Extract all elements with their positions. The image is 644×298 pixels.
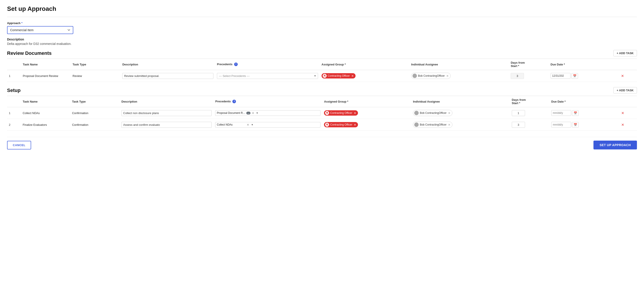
individual-name: Bob ContractingOfficer	[420, 111, 446, 114]
review-documents-table: Task Name Task Type Description Preceden…	[7, 59, 637, 82]
description-text: Delta approach for D32 commercial evalua…	[7, 42, 637, 46]
days-input[interactable]	[512, 110, 525, 116]
task-name-cell: Proposal Document Review	[21, 70, 71, 82]
group-name: Contracting Officer	[328, 74, 350, 77]
row-number: 1	[7, 70, 21, 82]
group-icon	[325, 111, 329, 115]
row-number: 2	[7, 119, 21, 131]
col-precedents-header-s: Precedents ?	[214, 96, 322, 107]
description-input[interactable]	[122, 73, 214, 79]
col-individual-header-s: Individual Assignee	[411, 96, 510, 107]
individual-badge: Bob ContractingOfficer ✕	[413, 110, 452, 116]
setup-table: Task Name Task Type Description Preceden…	[7, 96, 637, 131]
remove-group-btn[interactable]: ✕	[354, 112, 356, 114]
description-input[interactable]	[122, 110, 212, 116]
page-footer: CANCEL SET UP APPROACH	[7, 137, 637, 150]
precedents-dropdown-btn[interactable]: ▼	[250, 123, 254, 126]
due-date-cell: 📅	[550, 119, 618, 131]
precedents-select[interactable]: --- Select Precedents ---	[217, 73, 318, 79]
group-icon	[323, 74, 327, 78]
delete-row-btn[interactable]: ✕	[620, 111, 625, 115]
col-task-name-header: Task Name	[21, 59, 71, 70]
group-badge: Contracting Officer ✕	[322, 73, 356, 78]
precedents-filled-wrapper: Proposal Document Review, Update ... ✕ ▼	[215, 110, 320, 116]
individual-cell: Bob ContractingOfficer ✕	[411, 119, 510, 131]
calendar-btn[interactable]: 📅	[572, 73, 578, 79]
review-documents-title: Review Documents	[7, 50, 52, 56]
delete-cell: ✕	[618, 119, 637, 131]
days-cell	[510, 119, 550, 131]
precedents-help-icon[interactable]: ?	[234, 63, 238, 66]
approach-select[interactable]: Commercial Item Simplified Acquisition F…	[7, 26, 73, 34]
delete-row-btn[interactable]: ✕	[620, 123, 625, 127]
precedents-dropdown-btn[interactable]: ▼	[256, 112, 259, 114]
remove-group-btn[interactable]: ✕	[354, 123, 356, 126]
col-num-header	[7, 59, 21, 70]
add-task-button-setup[interactable]: + ADD TASK	[613, 87, 637, 93]
remove-individual-btn[interactable]: ✕	[448, 111, 450, 115]
col-task-type-header-s: Task Type	[70, 96, 120, 107]
col-assigned-header: Assigned Group *	[320, 59, 410, 70]
task-name-cell: Collect NDAs	[21, 107, 70, 119]
description-cell	[120, 107, 214, 119]
calendar-btn[interactable]: 📅	[572, 110, 579, 116]
remove-individual-btn[interactable]: ✕	[448, 123, 450, 126]
cancel-button[interactable]: CANCEL	[7, 141, 31, 150]
delete-cell: ✕	[618, 70, 637, 82]
delete-cell: ✕	[618, 107, 637, 119]
setup-approach-button[interactable]: SET UP APPROACH	[594, 140, 637, 150]
due-date-input[interactable]	[551, 110, 571, 116]
table-row: 2 Finalize Evaluators Confirmation Colle…	[7, 119, 637, 131]
due-date-input[interactable]	[551, 73, 570, 79]
precedents-text: Proposal Document Review, Update	[217, 111, 246, 114]
precedents-cell: --- Select Precedents --- ▼	[215, 70, 320, 82]
description-input[interactable]	[122, 122, 212, 128]
precedents-badge: ...	[246, 112, 250, 114]
individual-name: Bob ContractingOfficer	[418, 74, 445, 77]
col-due-header-s: Due Date *	[550, 96, 618, 107]
table-row: 1 Collect NDAs Confirmation Proposal Doc…	[7, 107, 637, 119]
task-name-cell: Finalize Evaluators	[21, 119, 70, 131]
individual-badge: Bob ContractingOfficer ✕	[413, 122, 452, 128]
group-icon	[325, 123, 329, 127]
assigned-group-cell: Contracting Officer ✕	[322, 119, 411, 131]
avatar-icon	[414, 122, 419, 127]
individual-badge: Bob ContractingOfficer ✕	[411, 73, 451, 79]
description-cell	[120, 119, 214, 131]
task-type-cell: Confirmation	[70, 119, 120, 131]
precedents-clear-btn[interactable]: ✕	[246, 123, 250, 126]
precedents-cell: Collect NDAs ✕ ▼	[214, 119, 322, 131]
avatar-icon	[414, 111, 419, 115]
row-number: 1	[7, 107, 21, 119]
assigned-group-cell: Contracting Officer ✕	[322, 107, 411, 119]
setup-section: Setup + ADD TASK Task Name Task Type Des…	[7, 87, 637, 131]
col-precedents-header: Precedents ?	[215, 59, 320, 70]
avatar-icon	[412, 74, 417, 78]
days-input[interactable]	[512, 122, 525, 128]
calendar-btn[interactable]: 📅	[572, 122, 579, 127]
svg-point-5	[416, 112, 417, 113]
remove-individual-btn[interactable]: ✕	[446, 74, 449, 78]
due-date-cell: 📅	[550, 107, 618, 119]
col-task-type-header: Task Type	[71, 59, 121, 70]
assigned-group-cell: Contracting Officer ✕	[320, 70, 410, 82]
task-type-cell: Confirmation	[70, 107, 120, 119]
col-description-header-s: Description	[120, 96, 214, 107]
days-cell	[509, 70, 549, 82]
add-task-button-review[interactable]: + ADD TASK	[613, 50, 637, 56]
remove-group-btn[interactable]: ✕	[351, 75, 354, 77]
precedents-clear-btn[interactable]: ✕	[252, 111, 255, 115]
days-input[interactable]	[511, 73, 524, 79]
individual-name: Bob ContractingOfficer	[420, 123, 446, 126]
precedents-help-icon-s[interactable]: ?	[232, 100, 236, 103]
due-date-input[interactable]	[551, 122, 571, 127]
task-type-cell: Review	[71, 70, 121, 82]
col-due-header: Due Date *	[549, 59, 618, 70]
group-badge: Contracting Officer ✕	[324, 110, 358, 116]
individual-cell: Bob ContractingOfficer ✕	[410, 70, 509, 82]
precedents-cell: Proposal Document Review, Update ... ✕ ▼	[214, 107, 322, 119]
description-label: Description	[7, 38, 637, 41]
table-row: 1 Proposal Document Review Review --- Se…	[7, 70, 637, 82]
description-section: Description Delta approach for D32 comme…	[7, 38, 637, 46]
delete-row-btn[interactable]: ✕	[620, 74, 625, 78]
